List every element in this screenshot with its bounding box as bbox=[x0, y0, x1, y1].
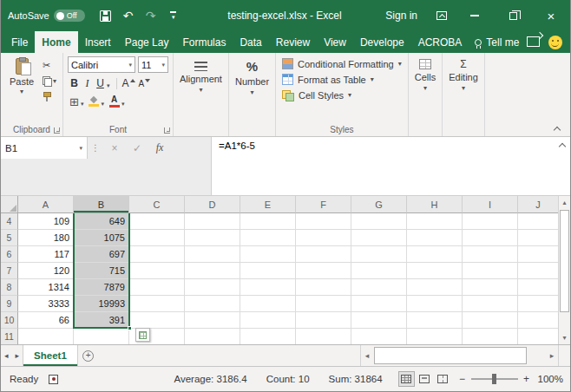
font-dialog-launcher[interactable] bbox=[164, 127, 170, 134]
column-header-a[interactable]: A bbox=[18, 196, 74, 213]
column-header-e[interactable]: E bbox=[240, 196, 296, 213]
cell-C4[interactable] bbox=[129, 213, 185, 230]
scroll-up-icon[interactable]: ▴ bbox=[559, 196, 570, 209]
cut-button[interactable]: ✂ bbox=[41, 59, 58, 72]
column-header-h[interactable]: H bbox=[407, 196, 463, 213]
tab-data[interactable]: Data bbox=[233, 31, 268, 53]
underline-dropdown-icon[interactable]: ▾ bbox=[107, 82, 110, 88]
cell-I11[interactable] bbox=[463, 329, 518, 344]
cell-F6[interactable] bbox=[296, 246, 351, 263]
cell-A8[interactable]: 1314 bbox=[18, 279, 74, 296]
underline-button[interactable]: U bbox=[94, 75, 107, 91]
font-color-button[interactable]: A bbox=[107, 94, 121, 109]
cell-E6[interactable] bbox=[240, 246, 296, 263]
cell-A4[interactable]: 109 bbox=[18, 213, 74, 230]
name-box[interactable]: B1 ▾ bbox=[1, 137, 88, 159]
cell-J5[interactable] bbox=[518, 230, 558, 246]
cell-A7[interactable]: 120 bbox=[18, 263, 74, 279]
cell-G4[interactable] bbox=[351, 213, 407, 230]
cell-J4[interactable] bbox=[518, 213, 558, 230]
cell-C5[interactable] bbox=[129, 230, 185, 246]
normal-view-button[interactable] bbox=[398, 371, 415, 387]
cell-H4[interactable] bbox=[407, 213, 463, 230]
sheet-nav-left-icon[interactable]: ◂ bbox=[1, 345, 12, 366]
row-header-10[interactable]: 10 bbox=[1, 312, 18, 329]
collapse-formula-bar-icon[interactable] bbox=[560, 144, 565, 149]
scroll-down-icon[interactable]: ▾ bbox=[559, 331, 570, 344]
zoom-out-button[interactable]: − bbox=[456, 372, 469, 386]
cell-F10[interactable] bbox=[296, 312, 351, 329]
column-header-g[interactable]: G bbox=[351, 196, 407, 213]
cell-D8[interactable] bbox=[185, 279, 240, 296]
cell-E9[interactable] bbox=[240, 296, 296, 312]
cell-C10[interactable] bbox=[129, 312, 185, 329]
cell-B5[interactable]: 1075 bbox=[74, 230, 129, 246]
increase-font-size-button[interactable]: A bbox=[121, 75, 137, 91]
cell-J10[interactable] bbox=[518, 312, 558, 329]
bold-button[interactable]: B bbox=[68, 75, 81, 91]
page-break-view-button[interactable] bbox=[435, 371, 451, 387]
tab-file[interactable]: File bbox=[4, 31, 35, 53]
fill-color-button[interactable] bbox=[87, 94, 102, 109]
cell-H7[interactable] bbox=[407, 263, 463, 279]
cell-G7[interactable] bbox=[351, 263, 407, 279]
cell-D6[interactable] bbox=[185, 246, 240, 263]
row-header-7[interactable]: 7 bbox=[1, 263, 18, 279]
cell-I4[interactable] bbox=[463, 213, 518, 230]
cell-A11[interactable] bbox=[18, 329, 74, 344]
tab-review[interactable]: Review bbox=[269, 31, 317, 53]
paste-dropdown-icon[interactable]: ▾ bbox=[20, 88, 23, 95]
row-header-9[interactable]: 9 bbox=[1, 296, 18, 312]
column-header-d[interactable]: D bbox=[185, 196, 240, 213]
cell-H5[interactable] bbox=[407, 230, 463, 246]
cell-H9[interactable] bbox=[407, 296, 463, 312]
cell-A10[interactable]: 66 bbox=[18, 312, 74, 329]
cell-I9[interactable] bbox=[463, 296, 518, 312]
column-header-i[interactable]: I bbox=[463, 196, 518, 213]
cell-H10[interactable] bbox=[407, 312, 463, 329]
zoom-level[interactable]: 100% bbox=[538, 374, 563, 384]
cell-G11[interactable] bbox=[351, 329, 407, 344]
cell-F8[interactable] bbox=[296, 279, 351, 296]
tell-me[interactable]: Tell me bbox=[469, 31, 525, 53]
cell-E7[interactable] bbox=[240, 263, 296, 279]
cell-I10[interactable] bbox=[463, 312, 518, 329]
paste-button[interactable]: Paste ▾ bbox=[5, 56, 38, 123]
cells-group-button[interactable]: Cells ▾ bbox=[409, 53, 443, 136]
cell-B11[interactable] bbox=[74, 329, 129, 344]
sheet-nav-right-icon[interactable]: ▸ bbox=[12, 345, 23, 366]
cell-F7[interactable] bbox=[296, 263, 351, 279]
formula-bar-resizer-icon[interactable]: ⋮ bbox=[88, 143, 103, 153]
cell-E4[interactable] bbox=[240, 213, 296, 230]
cell-F4[interactable] bbox=[296, 213, 351, 230]
cell-D10[interactable] bbox=[185, 312, 240, 329]
save-button[interactable] bbox=[95, 5, 116, 26]
cell-J7[interactable] bbox=[518, 263, 558, 279]
cell-B9[interactable]: 19993 bbox=[74, 296, 129, 312]
cell-G8[interactable] bbox=[351, 279, 407, 296]
horizontal-scrollbar[interactable]: ◂ ▸ bbox=[360, 345, 558, 366]
row-header-5[interactable]: 5 bbox=[1, 230, 18, 246]
tab-insert[interactable]: Insert bbox=[78, 31, 118, 53]
cell-D7[interactable] bbox=[185, 263, 240, 279]
cell-E8[interactable] bbox=[240, 279, 296, 296]
cell-G5[interactable] bbox=[351, 230, 407, 246]
clipboard-dialog-launcher[interactable] bbox=[54, 127, 60, 134]
tab-acroba[interactable]: ACROBA bbox=[411, 31, 469, 53]
cell-B10[interactable]: 391 bbox=[74, 312, 129, 329]
row-header-11[interactable]: 11 bbox=[1, 329, 18, 344]
cell-D9[interactable] bbox=[185, 296, 240, 312]
cell-J6[interactable] bbox=[518, 246, 558, 263]
cell-I7[interactable] bbox=[463, 263, 518, 279]
cell-D4[interactable] bbox=[185, 213, 240, 230]
cell-F11[interactable] bbox=[296, 329, 351, 344]
smiley-feedback-icon[interactable] bbox=[548, 36, 562, 49]
editing-group-button[interactable]: Σ Editing ▾ bbox=[443, 53, 485, 136]
cell-J9[interactable] bbox=[518, 296, 558, 312]
cell-H11[interactable] bbox=[407, 329, 463, 344]
cell-B4[interactable]: 649 bbox=[74, 213, 129, 230]
zoom-slider[interactable] bbox=[471, 372, 518, 386]
cell-B7[interactable]: 715 bbox=[74, 263, 129, 279]
macro-record-button[interactable] bbox=[49, 375, 58, 384]
select-all-button[interactable] bbox=[1, 196, 18, 213]
